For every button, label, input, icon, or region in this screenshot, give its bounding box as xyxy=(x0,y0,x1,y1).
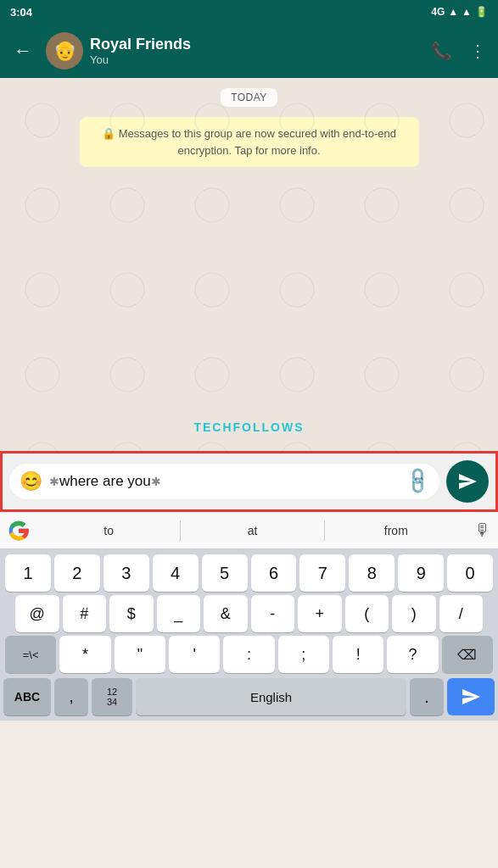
input-container: 😊 ✱where are you✱ 🔗 xyxy=(9,464,439,499)
keyboard-send-button[interactable] xyxy=(447,678,495,715)
key-close-paren[interactable]: ) xyxy=(392,595,436,632)
number-row: 1 2 3 4 5 6 7 8 9 0 xyxy=(0,549,498,593)
key-exclaim[interactable]: ! xyxy=(333,636,383,673)
comma-key[interactable]: , xyxy=(54,678,88,715)
keyboard: to at from 🎙 1 2 3 4 5 6 7 8 9 0 @ # $ _… xyxy=(0,512,498,721)
signal-label: 4G xyxy=(431,6,445,18)
key-6[interactable]: 6 xyxy=(251,554,297,592)
key-1[interactable]: 1 xyxy=(5,554,51,592)
more-options-icon[interactable]: ⋮ xyxy=(464,36,491,66)
shift-key[interactable]: =\< xyxy=(5,636,56,673)
key-dollar[interactable]: $ xyxy=(109,595,154,632)
key-squote[interactable]: ' xyxy=(169,636,220,673)
symbol-row-2: =\< * " ' : ; ! ? ⌫ xyxy=(0,634,498,675)
key-open-paren[interactable]: ( xyxy=(345,595,389,632)
keyboard-send-icon xyxy=(461,687,481,707)
chat-header: ← 👴 Royal Friends You 📞 ⋮ xyxy=(0,24,498,78)
message-input-area: 😊 ✱where are you✱ 🔗 xyxy=(0,451,498,512)
status-bar: 3:04 4G ▲ ▲ 🔋 xyxy=(0,0,498,24)
num-key[interactable]: 12 34 xyxy=(92,678,132,715)
key-at[interactable]: @ xyxy=(15,595,59,632)
symbol-row-1: @ # $ _ & - + ( ) / xyxy=(0,593,498,634)
english-key[interactable]: English xyxy=(136,678,406,715)
key-underscore[interactable]: _ xyxy=(157,595,201,632)
bottom-row: ABC , 12 34 English . xyxy=(0,675,498,721)
key-slash[interactable]: / xyxy=(439,595,484,632)
send-icon xyxy=(457,471,478,492)
emoji-button[interactable]: 😊 xyxy=(20,470,42,492)
suggestions-row: to at from 🎙 xyxy=(0,512,498,549)
watermark-text: TECHFOLLOWS xyxy=(193,420,304,434)
key-4[interactable]: 4 xyxy=(153,554,199,592)
key-semicolon[interactable]: ; xyxy=(278,636,329,673)
key-7[interactable]: 7 xyxy=(299,554,345,592)
group-name: Royal Friends xyxy=(90,36,419,53)
status-icons: 4G ▲ ▲ 🔋 xyxy=(431,6,488,18)
signal-bars-icon: ▲ xyxy=(448,6,458,18)
date-badge: TODAY xyxy=(221,88,277,107)
key-star[interactable]: * xyxy=(59,636,110,673)
backspace-key[interactable]: ⌫ xyxy=(442,636,493,673)
avatar-image: 👴 xyxy=(46,32,83,70)
time-display: 3:04 xyxy=(10,6,32,19)
abc-key[interactable]: ABC xyxy=(3,678,51,715)
key-5[interactable]: 5 xyxy=(202,554,248,592)
key-ampersand[interactable]: & xyxy=(204,595,248,632)
avatar[interactable]: 👴 xyxy=(46,32,83,70)
key-question[interactable]: ? xyxy=(387,636,438,673)
call-icon[interactable]: 📞 xyxy=(426,36,457,66)
google-logo xyxy=(7,519,31,542)
key-dquote[interactable]: " xyxy=(115,636,165,673)
suggestion-from[interactable]: from xyxy=(325,520,467,541)
key-3[interactable]: 3 xyxy=(104,554,149,592)
key-colon[interactable]: : xyxy=(223,636,274,673)
back-button[interactable]: ← xyxy=(7,33,39,69)
key-plus[interactable]: + xyxy=(298,595,342,632)
suggestion-at[interactable]: at xyxy=(181,520,323,541)
key-hash[interactable]: # xyxy=(63,595,107,632)
chat-area: TODAY 🔒 Messages to this group are now s… xyxy=(0,78,498,451)
dot-key[interactable]: . xyxy=(410,678,444,715)
key-8[interactable]: 8 xyxy=(349,554,394,592)
header-info: Royal Friends You xyxy=(90,36,419,66)
key-0[interactable]: 0 xyxy=(447,554,493,592)
header-subtitle: You xyxy=(90,53,419,66)
key-9[interactable]: 9 xyxy=(398,554,444,592)
key-2[interactable]: 2 xyxy=(54,554,100,592)
header-actions: 📞 ⋮ xyxy=(426,36,491,66)
signal-bars2-icon: ▲ xyxy=(462,6,472,18)
suggestion-to[interactable]: to xyxy=(37,520,180,541)
message-input[interactable]: ✱where are you✱ xyxy=(49,473,400,490)
key-minus[interactable]: - xyxy=(251,595,295,632)
encryption-notice[interactable]: 🔒 Messages to this group are now secured… xyxy=(80,117,419,167)
battery-icon: 🔋 xyxy=(475,6,488,18)
attach-button[interactable]: 🔗 xyxy=(402,465,434,497)
microphone-icon[interactable]: 🎙 xyxy=(474,520,491,540)
send-button[interactable] xyxy=(446,460,489,503)
